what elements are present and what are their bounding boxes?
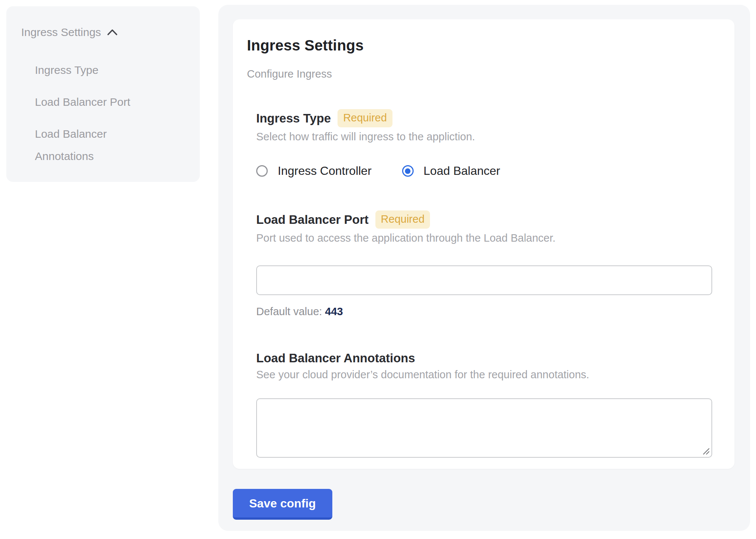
radio-unselected-icon[interactable] [256,165,268,177]
settings-nav-sidebar: Ingress Settings Ingress Type Load Balan… [6,6,200,182]
ingress-settings-card: Ingress Settings Configure Ingress Ingre… [233,19,734,469]
load-balancer-port-description: Port used to access the application thro… [256,232,712,244]
sidebar-item-ingress-type[interactable]: Ingress Type [35,59,157,81]
save-config-button[interactable]: Save config [233,489,332,520]
section-load-balancer-annotations: Load Balancer Annotations See your cloud… [256,351,712,458]
ingress-type-label: Ingress Type [256,111,331,125]
required-badge: Required [375,210,430,229]
radio-load-balancer[interactable]: Load Balancer [402,164,500,178]
sidebar-section-label: Ingress Settings [21,25,101,40]
required-badge: Required [338,109,392,127]
chevron-up-icon [107,25,118,40]
load-balancer-annotations-textarea[interactable] [256,398,712,458]
radio-ingress-controller-label: Ingress Controller [278,164,372,178]
default-value: 443 [325,306,343,317]
load-balancer-annotations-description: See your cloud provider’s documentation … [256,369,712,381]
sidebar-section-ingress-settings[interactable]: Ingress Settings [21,25,189,40]
page-title: Ingress Settings [247,37,712,54]
sidebar-item-load-balancer-port[interactable]: Load Balancer Port [35,91,157,113]
default-value-line: Default value:443 [256,306,712,318]
ingress-settings-panel: Ingress Settings Configure Ingress Ingre… [218,5,750,531]
load-balancer-port-label: Load Balancer Port [256,213,369,227]
default-value-label: Default value: [256,306,322,317]
load-balancer-annotations-label: Load Balancer Annotations [256,351,415,365]
ingress-type-description: Select how traffic will ingress to the a… [256,131,712,143]
section-load-balancer-port: Load Balancer Port Required Port used to… [256,210,712,318]
load-balancer-port-input[interactable] [256,265,712,295]
sidebar-item-load-balancer-annotations[interactable]: Load Balancer Annotations [35,123,157,167]
radio-selected-icon[interactable] [402,165,414,177]
radio-ingress-controller[interactable]: Ingress Controller [256,164,372,178]
ingress-type-radio-group: Ingress Controller Load Balancer [256,164,712,178]
sidebar-item-list: Ingress Type Load Balancer Port Load Bal… [35,59,189,167]
radio-load-balancer-label: Load Balancer [424,164,500,178]
page-subtitle: Configure Ingress [247,68,712,80]
section-ingress-type: Ingress Type Required Select how traffic… [256,109,712,178]
